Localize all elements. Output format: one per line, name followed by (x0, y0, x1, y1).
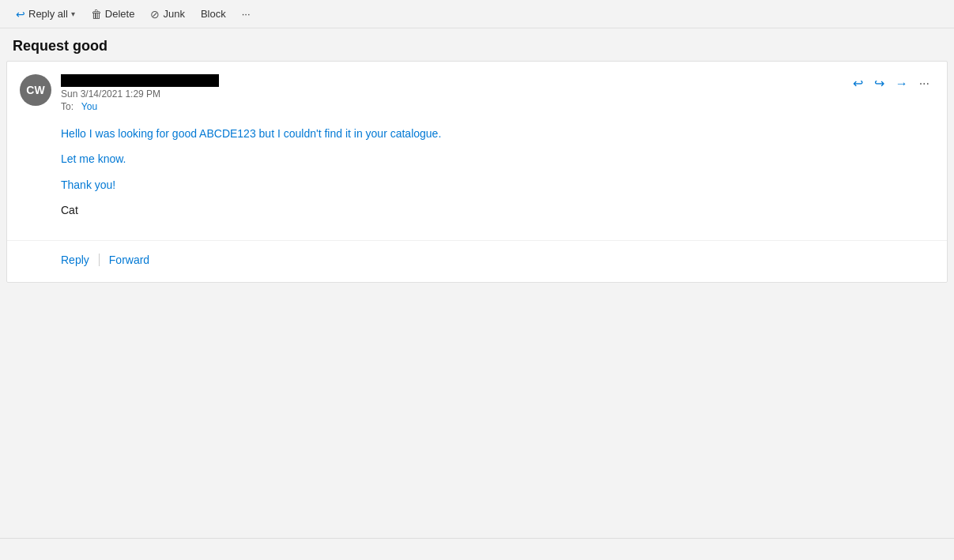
reply-all-icon-button[interactable]: ↪ (869, 74, 889, 93)
body-text-blue-3: Thank you! (61, 179, 115, 191)
body-paragraph-3: Thank you! (61, 176, 934, 194)
delete-icon: 🗑 (91, 8, 102, 21)
email-meta: Sun 3/14/2021 1:29 PM To: You (61, 74, 934, 112)
email-card: CW Sun 3/14/2021 1:29 PM To: You ↩ ↪ → ·… (6, 61, 948, 283)
block-button[interactable]: Block (194, 5, 232, 23)
reply-all-button[interactable]: ↩ Reply all ▾ (9, 5, 81, 24)
forward-icon-button[interactable]: → (891, 74, 913, 93)
body-paragraph-2: Let me know. (61, 150, 934, 167)
junk-label: Junk (163, 8, 184, 20)
body-text-blue-1: Hello I was looking for good ABCDE123 bu… (61, 127, 441, 140)
junk-button[interactable]: ⊘ Junk (144, 5, 190, 24)
body-text-blue-2: Let me know. (61, 152, 126, 165)
body-paragraph-1: Hello I was looking for good ABCDE123 bu… (61, 125, 934, 142)
email-subject: Request good (0, 28, 954, 61)
delete-label: Delete (105, 8, 135, 20)
more-email-actions-button[interactable]: ··· (914, 74, 934, 93)
email-header: CW Sun 3/14/2021 1:29 PM To: You ↩ ↪ → ·… (7, 62, 947, 118)
reply-all-dropdown-arrow[interactable]: ▾ (71, 9, 75, 18)
to-label: To: (61, 101, 74, 112)
to-value: You (81, 101, 97, 112)
body-text-4: Cat (61, 204, 78, 216)
more-actions-button[interactable]: ··· (236, 5, 257, 23)
junk-icon: ⊘ (150, 8, 160, 21)
sender-name (61, 74, 219, 87)
email-date: Sun 3/14/2021 1:29 PM (61, 88, 934, 100)
reply-link[interactable]: Reply (61, 250, 89, 269)
reply-icon-button[interactable]: ↩ (848, 74, 868, 93)
delete-button[interactable]: 🗑 Delete (85, 5, 141, 24)
avatar: CW (20, 74, 51, 106)
reply-all-icon: ↩ (16, 8, 25, 21)
content-area: CW Sun 3/14/2021 1:29 PM To: You ↩ ↪ → ·… (0, 61, 954, 283)
email-to: To: You (61, 101, 934, 112)
forward-link[interactable]: Forward (109, 250, 149, 269)
email-body: Hello I was looking for good ABCDE123 bu… (7, 118, 947, 240)
toolbar: ↩ Reply all ▾ 🗑 Delete ⊘ Junk Block ··· (0, 0, 954, 28)
action-link-divider (99, 254, 100, 266)
body-paragraph-4: Cat (61, 201, 934, 219)
action-icons: ↩ ↪ → ··· (848, 74, 934, 93)
reply-all-label: Reply all (28, 8, 68, 20)
subject-text: Request good (13, 38, 107, 54)
avatar-initials: CW (26, 84, 44, 96)
more-icon: ··· (242, 8, 251, 20)
block-label: Block (201, 8, 226, 20)
email-footer-actions: Reply Forward (7, 240, 947, 282)
